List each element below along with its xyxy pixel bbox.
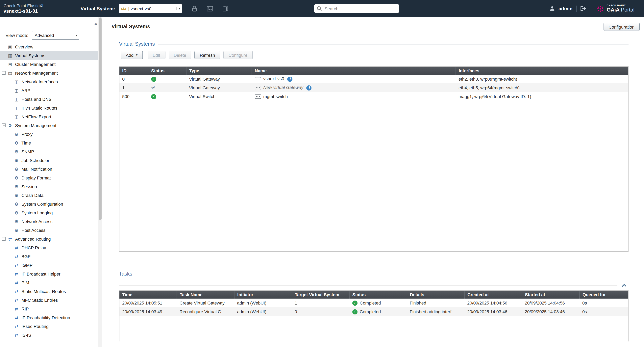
vs-column-name[interactable]: Name: [252, 67, 456, 75]
gear-icon: ⚙: [14, 167, 20, 171]
tree-expander-icon[interactable]: [2, 124, 6, 127]
delete-button[interactable]: Delete: [168, 51, 192, 59]
virtual-system-label: Virtual System:: [80, 6, 115, 11]
sidebar-scrollbar[interactable]: [98, 17, 102, 347]
sidebar-item-ip-broadcast-helper[interactable]: ⇄IP Broadcast Helper: [0, 270, 102, 278]
tasks-column-initiator[interactable]: Initiator: [234, 291, 292, 298]
sidebar-item-bgp[interactable]: ⇄BGP: [0, 252, 102, 261]
sidebar-item-hosts-and-dns[interactable]: ◫Hosts and DNS: [0, 95, 102, 104]
sidebar-item-igmp[interactable]: ⇄IGMP: [0, 261, 102, 270]
task-cell-status: ✓Completed: [350, 307, 407, 316]
sidebar-item-overview[interactable]: ▣Overview: [0, 43, 102, 51]
sidebar-item-system-logging[interactable]: ⚙System Logging: [0, 208, 102, 217]
sidebar-item-is-is[interactable]: ⇄IS-IS: [0, 331, 102, 339]
sidebar-item-advanced-routing[interactable]: ⇄Advanced Routing: [0, 235, 102, 243]
tasks-column-created-at[interactable]: Created at: [464, 291, 522, 298]
tasks-section: Tasks TimeTask NameInitiatorTarget Virtu…: [102, 271, 644, 341]
sidebar-item-snmp[interactable]: ⚙SNMP: [0, 147, 102, 156]
vs-column-id[interactable]: ID: [120, 67, 148, 75]
view-mode-value: Advanced: [35, 33, 54, 38]
edit-button[interactable]: Edit: [148, 51, 165, 59]
configure-button[interactable]: Configure: [224, 51, 252, 59]
table-row[interactable]: 0✓Virtual Gatewayvsnext-vs0ieth2, eth3, …: [120, 75, 628, 83]
sidebar-item-session[interactable]: ⚙Session: [0, 182, 102, 191]
sidebar-item-mfc-static-entries[interactable]: ⇄MFC Static Entries: [0, 296, 102, 304]
table-row[interactable]: 1✳Virtual GatewayNew virtual Gatewayieth…: [120, 83, 628, 92]
vs-cell-name: New virtual Gatewayi: [252, 83, 456, 92]
scrollbar-thumb[interactable]: [99, 18, 102, 220]
sidebar-item-network-access[interactable]: ⚙Network Access: [0, 217, 102, 226]
logo-product-text: GAiA Portal: [607, 7, 634, 13]
tasks-column-details[interactable]: Details: [407, 291, 464, 298]
collapse-tasks-icon[interactable]: [620, 282, 628, 288]
virtual-systems-table: IDStatusTypeNameInterfaces0✓Virtual Gate…: [119, 66, 628, 252]
gear-icon: ⚙: [14, 158, 20, 163]
sidebar-item-label: Crash Data: [22, 193, 44, 198]
tasks-column-task-name[interactable]: Task Name: [177, 291, 234, 298]
vs-cell-status: ✓: [148, 75, 186, 83]
sidebar-item-network-management[interactable]: ▤Network Management: [0, 69, 102, 77]
table-row[interactable]: 20/09/2025 14:05:51Create Virtual Gatewa…: [120, 298, 628, 307]
table-row[interactable]: 20/09/2025 14:03:49Reconfigure Virtual G…: [120, 307, 628, 316]
tasks-column-queued-for[interactable]: Queued for: [580, 291, 628, 298]
sidebar-item-job-scheduler[interactable]: ⚙Job Scheduler: [0, 156, 102, 165]
sidebar-item-system-configuration[interactable]: ⚙System Configuration: [0, 200, 102, 208]
task-cell-initiator: admin (WebUI): [234, 307, 292, 316]
vs-cell-id: 0: [120, 75, 148, 83]
virtual-switch-icon: [254, 95, 261, 99]
image-icon[interactable]: [207, 6, 213, 11]
vs-column-interfaces[interactable]: Interfaces: [456, 67, 628, 75]
sidebar-item-host-access[interactable]: ⚙Host Access: [0, 226, 102, 235]
sidebar-item-ipsec-routing[interactable]: ⇄IPsec Routing: [0, 322, 102, 331]
tasks-column-target-virtual-system[interactable]: Target Virtual System: [292, 291, 350, 298]
sidebar-item-ip-reachability-detection[interactable]: ⇄IP Reachability Detection: [0, 313, 102, 322]
sidebar-item-arp[interactable]: ◫ARP: [0, 86, 102, 95]
vs-column-status[interactable]: Status: [148, 67, 186, 75]
info-icon[interactable]: i: [306, 85, 312, 91]
table-row[interactable]: 500✓Virtual Switchmgmt-switchmagg1, wrpj…: [120, 92, 628, 101]
overview-icon: ▣: [7, 45, 13, 49]
sidebar-item-netflow-export[interactable]: ◫NetFlow Export: [0, 112, 102, 121]
sidebar-item-static-multicast-routes[interactable]: ⇄Static Multicast Routes: [0, 287, 102, 296]
tasks-column-time[interactable]: Time: [120, 291, 177, 298]
copy-page-icon[interactable]: [222, 5, 228, 12]
crown-icon: [121, 7, 126, 11]
sidebar-item-virtual-systems[interactable]: ▦Virtual Systems: [0, 51, 102, 60]
tree-expander-icon[interactable]: [2, 71, 6, 75]
refresh-button[interactable]: Refresh: [195, 51, 220, 59]
tree-expander-icon[interactable]: [2, 237, 6, 241]
vs-column-type[interactable]: Type: [186, 67, 252, 75]
sidebar-item-display-format[interactable]: ⚙Display Format: [0, 174, 102, 182]
configuration-button[interactable]: Configuration: [603, 23, 640, 31]
sidebar-item-cluster-management[interactable]: ⊞Cluster Management: [0, 60, 102, 69]
tasks-column-status[interactable]: Status: [350, 291, 407, 298]
sidebar-item-pim[interactable]: ⇄PIM: [0, 278, 102, 287]
sidebar-item-label: Cluster Management: [15, 62, 56, 67]
info-icon[interactable]: i: [287, 77, 292, 82]
sidebar-item-mail-notification[interactable]: ⚙Mail Notification: [0, 165, 102, 174]
view-mode-select[interactable]: Advanced ▾: [32, 31, 80, 40]
interface-icon: ◫: [14, 115, 20, 119]
sidebar-item-system-management[interactable]: ⚙System Management: [0, 121, 102, 130]
sidebar-item-network-interfaces[interactable]: ◫Network Interfaces: [0, 77, 102, 86]
virtual-system-dropdown[interactable]: | vsnext-vs0 ▾: [119, 4, 182, 13]
sidebar-item-label: IPsec Routing: [22, 324, 48, 329]
add-button[interactable]: Add ▾: [121, 51, 143, 59]
logout-icon[interactable]: [580, 6, 586, 12]
sidebar-item-rip[interactable]: ⇄RIP: [0, 304, 102, 313]
sidebar-item-ipv4-static-routes[interactable]: ◫IPv4 Static Routes: [0, 104, 102, 112]
vs-cell-interfaces: eth2, eth3, wrp0(mgmt-switch): [456, 75, 628, 83]
status-ok-icon: ✓: [352, 300, 357, 306]
sidebar-collapse-all-icon[interactable]: ◂◂: [94, 22, 96, 26]
user-name[interactable]: admin: [558, 6, 572, 11]
gear-icon: ⚙: [14, 211, 20, 215]
sidebar-item-proxy[interactable]: ⚙Proxy: [0, 130, 102, 139]
sidebar-item-label: Time: [22, 141, 31, 145]
sidebar-item-crash-data[interactable]: ⚙Crash Data: [0, 191, 102, 200]
search-input[interactable]: [324, 6, 397, 11]
sidebar-item-time[interactable]: ⚙Time: [0, 139, 102, 147]
sidebar-item-dhcp-relay[interactable]: ⇄DHCP Relay: [0, 243, 102, 252]
lock-icon[interactable]: [192, 5, 197, 12]
tasks-column-started-at[interactable]: Started at: [522, 291, 580, 298]
gaia-portal-window: Check Point ElasticXL vsnext1-s01-01 Vir…: [0, 0, 644, 347]
